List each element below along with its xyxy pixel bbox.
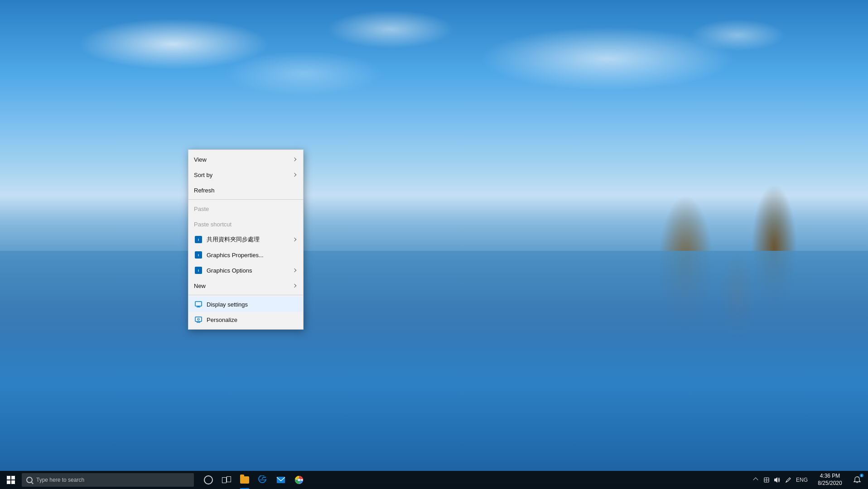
start-button[interactable] (2, 471, 20, 489)
svg-rect-3 (195, 317, 202, 321)
clock-area[interactable]: 4:36 PM 8/25/2020 (812, 471, 848, 489)
search-placeholder-text: Type here to search (36, 477, 84, 483)
pen-icon (785, 477, 791, 483)
windows-logo-icon (7, 476, 15, 484)
notification-icon (854, 476, 861, 484)
context-menu-item-shared-folder[interactable]: i 共用資料夾同步處理 (188, 232, 303, 247)
context-menu-item-paste-shortcut[interactable]: Paste shortcut (188, 216, 303, 232)
context-menu-label-sort-by: Sort by (194, 172, 293, 178)
notification-button[interactable]: 4 (848, 471, 866, 489)
taskbar: Type here to search (0, 471, 868, 489)
taskbar-task-view-button[interactable] (217, 471, 236, 489)
context-menu-label-personalize: Personalize (207, 316, 298, 323)
context-menu-item-sort-by[interactable]: Sort by (188, 167, 303, 182)
context-menu-label-display-settings: Display settings (207, 301, 298, 308)
search-bar[interactable]: Type here to search (22, 473, 194, 487)
arrow-icon-sort-by (293, 173, 296, 177)
network-icon (763, 477, 770, 483)
context-menu-item-new[interactable]: New (188, 278, 303, 293)
personalize-icon (194, 315, 203, 324)
chrome-icon (294, 475, 304, 484)
context-menu-item-paste[interactable]: Paste (188, 201, 303, 216)
task-view-icon (222, 476, 231, 484)
taskbar-chrome-button[interactable] (290, 471, 308, 489)
context-menu-item-refresh[interactable]: Refresh (188, 182, 303, 198)
tray-language-button[interactable]: ENG (794, 471, 810, 489)
context-menu-label-shared-folder: 共用資料夾同步處理 (207, 235, 293, 244)
taskbar-icons-area (199, 471, 308, 489)
cortana-icon (204, 475, 213, 484)
svg-rect-6 (277, 477, 285, 483)
display-settings-icon (194, 300, 203, 309)
arrow-icon-graphics-options (293, 268, 296, 272)
tray-expand-button[interactable] (750, 471, 761, 489)
context-menu-separator-1 (188, 199, 303, 200)
tray-network-button[interactable] (761, 471, 772, 489)
context-menu-label-graphics-options: Graphics Options (207, 267, 293, 274)
svg-point-5 (198, 318, 199, 320)
shared-folder-icon: i (194, 235, 203, 244)
arrow-icon-view (293, 158, 296, 161)
svg-rect-0 (195, 302, 202, 306)
clock-time: 4:36 PM (820, 473, 840, 480)
language-text: ENG (794, 477, 810, 483)
notification-badge: 4 (860, 474, 863, 477)
taskbar-cortana-button[interactable] (199, 471, 217, 489)
context-menu-label-new: New (194, 283, 293, 289)
context-menu-label-graphics-properties: Graphics Properties... (207, 252, 298, 259)
mail-icon (276, 476, 285, 484)
context-menu-item-view[interactable]: View (188, 152, 303, 167)
context-menu-item-display-settings[interactable]: Display settings (188, 297, 303, 312)
context-menu-label-paste: Paste (194, 206, 298, 212)
taskbar-mail-button[interactable] (272, 471, 290, 489)
taskbar-file-explorer-button[interactable] (236, 471, 254, 489)
edge-icon (258, 475, 267, 484)
graphics-options-icon: i (194, 266, 203, 275)
tray-pen-button[interactable] (783, 471, 794, 489)
volume-icon (774, 477, 781, 483)
arrow-icon-shared-folder (293, 238, 296, 241)
tray-volume-button[interactable] (772, 471, 783, 489)
water-area (0, 251, 868, 471)
context-menu: View Sort by Refresh Paste Paste shortcu… (188, 149, 304, 330)
chevron-up-icon (753, 477, 758, 482)
svg-point-9 (298, 479, 300, 481)
graphics-properties-icon: i (194, 250, 203, 259)
context-menu-label-refresh: Refresh (194, 187, 298, 194)
tray-icons-area: ENG (748, 471, 812, 489)
context-menu-item-personalize[interactable]: Personalize (188, 312, 303, 327)
arrow-icon-new (293, 284, 296, 288)
folder-icon (240, 476, 249, 484)
taskbar-edge-button[interactable] (254, 471, 272, 489)
clock-date: 8/25/2020 (818, 480, 842, 487)
context-menu-separator-2 (188, 295, 303, 295)
context-menu-item-graphics-properties[interactable]: i Graphics Properties... (188, 247, 303, 263)
context-menu-label-view: View (194, 156, 293, 163)
context-menu-label-paste-shortcut: Paste shortcut (194, 221, 298, 228)
search-icon (26, 477, 33, 483)
context-menu-item-graphics-options[interactable]: i Graphics Options (188, 263, 303, 278)
system-tray: ENG 4:36 PM 8/25/2020 4 (748, 471, 866, 489)
